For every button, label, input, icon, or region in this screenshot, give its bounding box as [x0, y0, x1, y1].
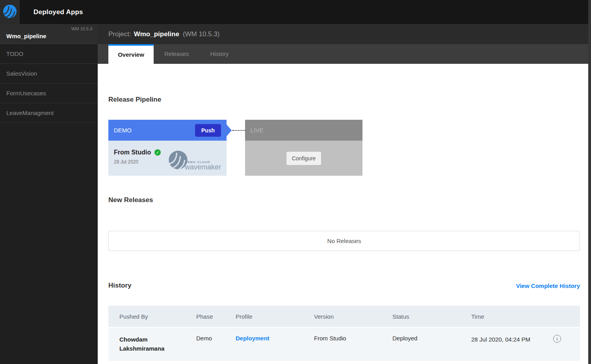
demo-phase-card: DEMO Push From Studio ✓ 28 Jul 2020 [108, 120, 227, 176]
history-section-header: History View Complete History [108, 282, 580, 290]
live-card-body: Configure [245, 141, 362, 176]
pipeline-cards: DEMO Push From Studio ✓ 28 Jul 2020 [108, 120, 580, 176]
overview-content: Release Pipeline DEMO Push From Studio ✓… [98, 64, 591, 364]
demo-phase-label: DEMO [114, 127, 132, 134]
sidebar-item-salesvision[interactable]: SalesVision [0, 64, 98, 84]
sidebar-item-label: SalesVision [6, 70, 37, 77]
check-circle-icon: ✓ [154, 149, 161, 156]
no-releases-text: No Releases [327, 238, 361, 244]
col-status: Status [392, 313, 471, 320]
project-name: Wmo_pipeline [134, 30, 179, 38]
push-button[interactable]: Push [195, 124, 221, 137]
top-bar: Deployed Apps [0, 0, 591, 24]
sidebar-item-label: Wmo_pipeline [6, 33, 46, 39]
main-panel: Project: Wmo_pipeline (WM 10.5.3) Overvi… [98, 24, 591, 364]
col-profile: Profile [236, 313, 314, 320]
release-pipeline-heading: Release Pipeline [108, 64, 580, 104]
history-heading: History [108, 282, 132, 290]
live-phase-card: LIVE Configure [245, 120, 362, 176]
history-table: Pushed By Phase Profile Version Status T… [108, 306, 580, 361]
tab-bar: Overview Releases History [98, 44, 591, 64]
info-circle-icon[interactable]: i [553, 335, 561, 343]
col-time: Time [471, 313, 553, 320]
history-table-header: Pushed By Phase Profile Version Status T… [108, 306, 580, 327]
dotted-connector-line [232, 130, 245, 131]
new-releases-heading: New Releases [108, 196, 580, 204]
col-version: Version [314, 313, 392, 320]
wavemaker-wave-icon [3, 4, 17, 20]
logo-wavemaker-text: wavemaker [185, 164, 221, 171]
window-right-edge [588, 0, 591, 364]
tab-overview[interactable]: Overview [108, 44, 154, 64]
cell-pushed-by: Chowdam Lakshmiramana [119, 335, 171, 353]
deployment-profile-link[interactable]: Deployment [236, 335, 269, 342]
sidebar-item-label: TODO [6, 50, 23, 57]
cell-status: Deployed [392, 335, 471, 342]
sidebar-item-todo[interactable]: TODO [0, 44, 98, 64]
sidebar-item-label: FormUsecases [6, 90, 46, 97]
cell-version: From Studio [314, 335, 392, 342]
tab-history[interactable]: History [200, 44, 240, 64]
live-phase-label: LIVE [251, 127, 264, 134]
sidebar-item-formusecases[interactable]: FormUsecases [0, 84, 98, 103]
deployed-apps-page: Deployed Apps WM 10.5.3 Wmo_pipeline TOD… [0, 0, 591, 364]
col-pushed-by: Pushed By [119, 313, 196, 320]
sidebar-item-leavemanagment[interactable]: LeaveManagment [0, 103, 98, 123]
no-releases-box: No Releases [108, 231, 580, 251]
project-version: (WM 10.5.3) [183, 30, 220, 38]
sidebar-item-label: LeaveManagment [6, 110, 54, 116]
view-complete-history-link[interactable]: View Complete History [516, 282, 580, 289]
demo-cloud-logo: DEMO CLOUD wavemaker [168, 150, 221, 171]
configure-button[interactable]: Configure [286, 151, 322, 165]
arrow-right-icon [227, 124, 232, 136]
cell-phase: Demo [196, 335, 236, 342]
project-header: Project: Wmo_pipeline (WM 10.5.3) [98, 24, 591, 44]
live-card-header: LIVE [245, 120, 362, 141]
demo-card-body: From Studio ✓ 28 Jul 2020 [108, 141, 227, 176]
col-phase: Phase [196, 313, 236, 320]
projects-sidebar: WM 10.5.3 Wmo_pipeline TODO SalesVision … [0, 24, 98, 364]
demo-card-header: DEMO Push [108, 120, 227, 141]
project-version-badge: WM 10.5.3 [71, 26, 92, 31]
demo-version-label: From Studio [114, 149, 151, 156]
app-logo[interactable] [0, 0, 20, 24]
page-title: Deployed Apps [33, 8, 83, 16]
pipeline-connector [227, 120, 245, 141]
tab-releases[interactable]: Releases [154, 44, 200, 64]
cell-time: 28 Jul 2020, 04:24 PM [471, 335, 534, 344]
sidebar-item-wmo-pipeline[interactable]: WM 10.5.3 Wmo_pipeline [0, 24, 98, 44]
project-label: Project: [108, 30, 131, 38]
table-row: Chowdam Lakshmiramana Demo Deployment Fr… [108, 328, 580, 361]
